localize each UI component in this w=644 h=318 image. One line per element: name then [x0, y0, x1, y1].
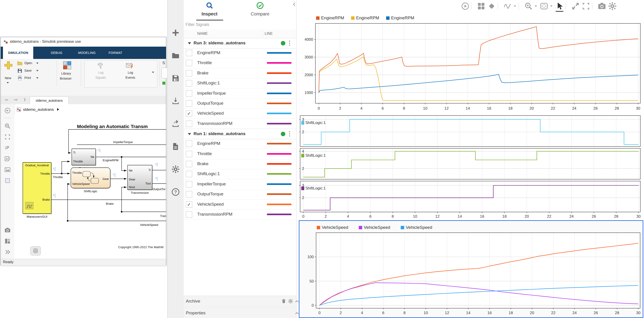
fullscreen-icon[interactable] [582, 2, 590, 10]
signal-checkbox[interactable] [186, 141, 192, 147]
fit-view-icon[interactable] [540, 2, 548, 10]
column-line[interactable]: LINE [264, 32, 273, 36]
report-icon[interactable] [172, 142, 180, 151]
print-button[interactable]: Print [24, 76, 31, 80]
simulink-titlebar[interactable]: sldemo_autotrans - Simulink prerelease u… [1, 37, 166, 47]
vehicle-speed-plot[interactable]: 050100024681012141618202224262830Vehicle… [299, 220, 643, 318]
signal-checkbox[interactable] [186, 211, 192, 218]
model-canvas[interactable]: Modeling an Automatic TransmTiThrottleNe… [14, 116, 166, 259]
save-caret-icon[interactable] [36, 70, 38, 71]
signal-row[interactable]: ImpellerTorque [184, 88, 296, 99]
snapshot-icon[interactable] [598, 2, 606, 10]
signal-wave-icon-caret[interactable] [514, 5, 516, 7]
signal-checkbox[interactable] [186, 50, 192, 56]
new-button[interactable]: New [5, 76, 11, 80]
add-icon[interactable] [172, 29, 180, 37]
library-browser-icon[interactable] [62, 61, 72, 70]
ribbon-tab-format[interactable]: FORMAT [104, 47, 127, 59]
run-header[interactable]: Run 3: sldemo_autotrans [184, 38, 296, 48]
nav-back-icon[interactable]: ⬅ [5, 97, 8, 102]
hide-browser-icon[interactable] [4, 107, 11, 114]
signal-row[interactable]: Throttle [184, 149, 296, 159]
signal-checkbox[interactable] [186, 181, 192, 187]
run-collapse-icon[interactable] [188, 42, 191, 44]
run-menu-icon[interactable] [289, 40, 290, 46]
library-browser-button[interactable]: Library [61, 72, 71, 75]
save-session-icon[interactable] [172, 74, 180, 82]
preferences-icon[interactable] [172, 165, 180, 173]
open-button[interactable]: Open [24, 61, 32, 65]
open-session-icon[interactable] [172, 51, 180, 60]
shiftlogic-plot-2[interactable]: 24ShiftLogic:1 [299, 148, 643, 180]
properties-section[interactable]: Properties [184, 308, 296, 318]
signal-checkbox[interactable] [186, 121, 192, 127]
screenshot-icon[interactable] [4, 227, 11, 233]
trash-icon[interactable] [281, 299, 286, 304]
pointer-icon[interactable] [555, 2, 564, 10]
signal-checkbox[interactable]: ✓ [186, 110, 192, 117]
collapse-panel-icon[interactable] [292, 2, 297, 7]
signal-checkbox[interactable] [186, 70, 192, 76]
tab-inspect[interactable]: Inspect [192, 2, 226, 16]
tab-compare[interactable]: Compare [243, 2, 277, 16]
fit-to-view-icon[interactable] [4, 134, 11, 140]
signal-row[interactable]: TransmissionRPM [184, 210, 296, 220]
save-button[interactable]: Save [24, 69, 32, 72]
log-signals-button-line2[interactable]: Signals [96, 76, 106, 79]
signal-row[interactable]: ShiftLogic:1 [184, 169, 296, 179]
viewmarks-icon[interactable] [4, 238, 11, 244]
new-model-icon[interactable] [4, 61, 13, 70]
image-annotation-icon[interactable] [4, 167, 11, 173]
signal-checkbox[interactable] [186, 100, 192, 107]
signal-row[interactable]: Brake [184, 68, 296, 78]
run-collapse-icon[interactable] [188, 133, 191, 135]
new-caret-icon[interactable] [6, 82, 9, 83]
prepare-caret-icon[interactable] [152, 72, 154, 73]
run-header[interactable]: Run 1: sldemo_autotrans [184, 129, 296, 139]
signal-row[interactable]: Throttle [184, 58, 296, 68]
print-caret-icon[interactable] [36, 77, 38, 79]
engine-rpm-plot[interactable]: 1000200030004000024681012141618202224262… [300, 13, 644, 114]
shiftlogic-plot-3[interactable]: 23024681012141618202224262830ShiftLogic:… [299, 180, 643, 220]
signal-row[interactable]: ✓VehicleSpeed [184, 200, 296, 210]
ribbon-tab-simulation[interactable]: SIMULATION [3, 47, 33, 59]
breadcrumb-arrow-icon[interactable] [57, 108, 59, 111]
signal-checkbox[interactable] [186, 151, 192, 157]
ribbon-tab-debug[interactable]: DEBUG [46, 47, 68, 59]
document-tab[interactable]: sldemo_autotrans [30, 96, 68, 104]
filter-signals-input[interactable]: Filter Signals [186, 22, 209, 27]
help-icon[interactable]: ? [172, 188, 180, 196]
annotation-icon[interactable]: A [4, 156, 11, 162]
export-icon[interactable] [172, 120, 180, 128]
archive-section[interactable]: Archive [184, 296, 296, 307]
signal-checkbox[interactable]: ✓ [186, 201, 192, 208]
eraser-icon[interactable] [487, 2, 496, 10]
import-icon[interactable] [172, 97, 180, 105]
signal-row[interactable]: EngineRPM [184, 48, 296, 58]
signal-row[interactable]: OutputTorque [184, 189, 296, 200]
area-annotation-icon[interactable] [4, 177, 11, 184]
ribbon-tab-modeling[interactable]: MODELING [73, 47, 101, 59]
shiftlogic-plot-1[interactable]: 23ShiftLogic:1 [299, 115, 643, 147]
nav-forward-icon[interactable]: ⮕ [14, 97, 18, 102]
signal-row[interactable]: TransmissionRPM [184, 119, 296, 129]
zoom-icon-caret[interactable] [535, 5, 537, 7]
signal-checkbox[interactable] [186, 90, 192, 97]
signal-checkbox[interactable] [186, 171, 192, 177]
expand-icon[interactable] [571, 2, 580, 10]
zoom-icon[interactable] [524, 2, 533, 10]
signal-row[interactable]: Brake [184, 159, 296, 169]
signal-checkbox[interactable] [186, 161, 192, 167]
signal-checkbox[interactable] [186, 60, 192, 66]
replay-icon[interactable] [461, 2, 470, 10]
signal-checkbox[interactable] [186, 80, 192, 86]
settings-icon[interactable] [608, 2, 617, 10]
signal-checkbox[interactable] [186, 191, 192, 197]
signal-routing-icon[interactable] [4, 145, 11, 151]
log-events-button-line2[interactable]: Events [126, 76, 135, 79]
nav-up-icon[interactable]: ⬆ [23, 97, 26, 102]
signal-row[interactable]: ShiftLogic:1 [184, 78, 296, 88]
log-signals-button[interactable]: Log [98, 71, 104, 74]
fit-view-icon-caret[interactable] [550, 5, 552, 7]
signal-row[interactable]: OutputTorque [184, 98, 296, 109]
